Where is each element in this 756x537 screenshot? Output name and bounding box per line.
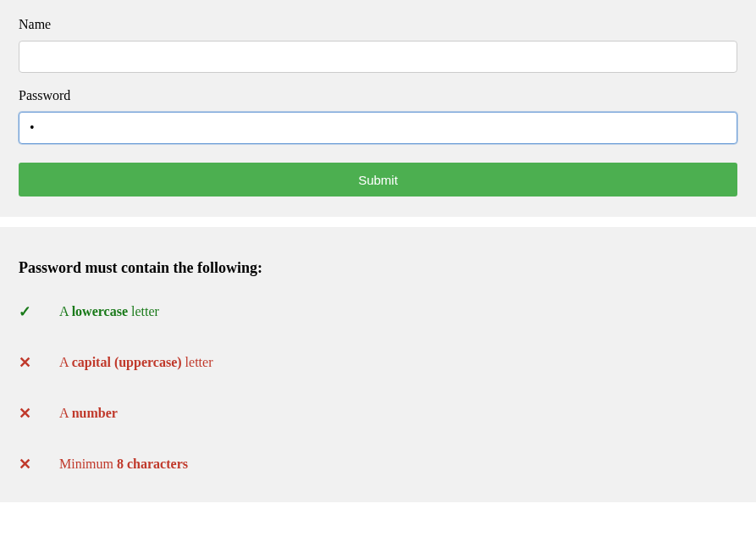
submit-button[interactable]: Submit bbox=[19, 163, 737, 197]
rule-length: ✕ Minimum 8 characters bbox=[19, 457, 737, 472]
rule-text: A number bbox=[59, 406, 118, 421]
cross-icon: ✕ bbox=[19, 457, 34, 472]
check-icon: ✓ bbox=[19, 304, 34, 319]
rules-title: Password must contain the following: bbox=[19, 259, 737, 277]
password-input[interactable] bbox=[19, 112, 737, 144]
password-label: Password bbox=[19, 88, 737, 103]
rule-lowercase: ✓ A lowercase letter bbox=[19, 304, 737, 319]
cross-icon: ✕ bbox=[19, 406, 34, 421]
form-section: Name Password Submit bbox=[0, 0, 756, 217]
rule-uppercase: ✕ A capital (uppercase) letter bbox=[19, 355, 737, 370]
name-label: Name bbox=[19, 17, 737, 32]
cross-icon: ✕ bbox=[19, 355, 34, 370]
section-gap bbox=[0, 217, 756, 227]
rule-number: ✕ A number bbox=[19, 406, 737, 421]
password-rules-section: Password must contain the following: ✓ A… bbox=[0, 227, 756, 502]
rule-text: A capital (uppercase) letter bbox=[59, 355, 212, 370]
rule-text: A lowercase letter bbox=[59, 304, 159, 319]
name-input[interactable] bbox=[19, 41, 737, 73]
rule-text: Minimum 8 characters bbox=[59, 457, 188, 472]
